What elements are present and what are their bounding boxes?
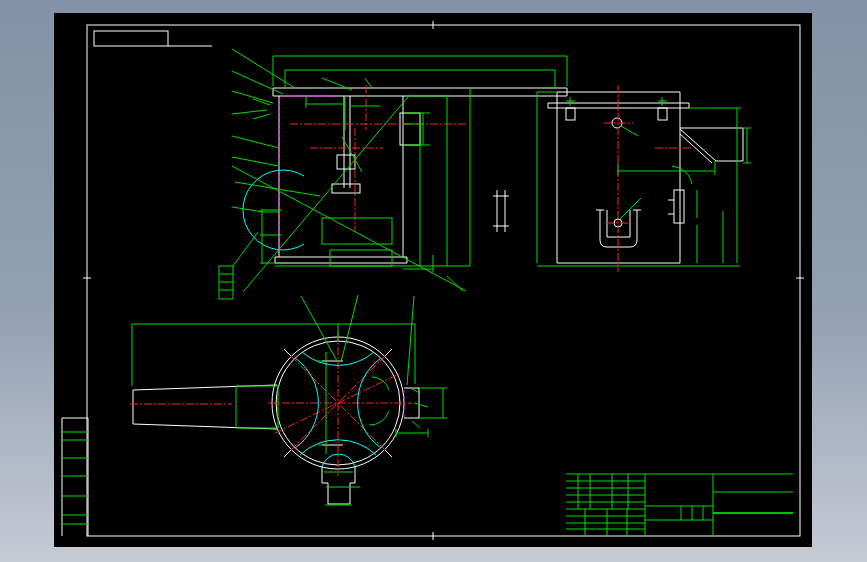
cad-drawing-view — [0, 0, 867, 562]
drawing-canvas[interactable] — [54, 13, 812, 547]
cad-viewer-window — [0, 0, 867, 562]
